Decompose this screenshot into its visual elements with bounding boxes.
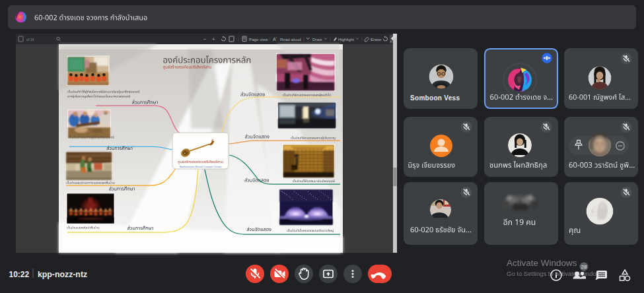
svg-text:kpp-nozz-ntz: kpp-nozz-ntz (38, 270, 87, 279)
svg-text:10:22: 10:22 (9, 270, 30, 279)
svg-text:Read aloud: Read aloud (280, 37, 301, 42)
svg-text:Northeastern Sound Creation Ce: Northeastern Sound Creation Centre (180, 165, 221, 168)
svg-text:Erase: Erase (371, 37, 382, 42)
svg-text:Draw: Draw (312, 37, 322, 42)
svg-text:Aʹ: Aʹ (273, 37, 277, 42)
svg-text:−: − (203, 36, 207, 42)
svg-text:of 16: of 16 (26, 38, 34, 42)
svg-text:Page view: Page view (249, 37, 268, 42)
svg-text:Highlight: Highlight (338, 37, 354, 42)
svg-text:+: + (212, 36, 215, 42)
svg-text:28: 28 (581, 264, 587, 270)
svg-text:Somboon Vess: Somboon Vess (410, 94, 460, 102)
svg-text:Activate Windows: Activate Windows (507, 258, 577, 268)
